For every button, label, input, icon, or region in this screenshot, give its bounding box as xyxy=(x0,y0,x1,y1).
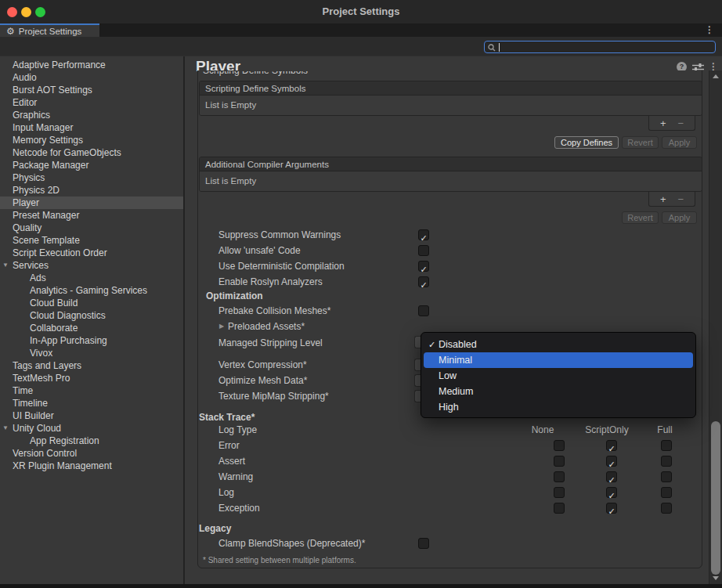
checkbox-allow-unsafe-code[interactable] xyxy=(418,245,429,256)
sidebar-item-netcode[interactable]: Netcode for GameObjects xyxy=(0,146,183,159)
menu-item-high[interactable]: High xyxy=(421,399,695,415)
sidebar-item-cloud-build[interactable]: Cloud Build xyxy=(0,297,183,309)
tabstrip-kebab-menu-icon[interactable]: ⋮ xyxy=(705,25,714,34)
sidebar-item-version-control[interactable]: Version Control xyxy=(0,447,183,460)
checkbox-enable-roslyn-analyzers[interactable]: ✓ xyxy=(418,276,429,287)
scroll-up-arrow-icon[interactable] xyxy=(713,74,719,78)
checkbox-warning-none[interactable] xyxy=(554,471,565,482)
sidebar-item-analytics[interactable]: Analytics - Gaming Services xyxy=(0,284,183,297)
checkbox-exception-none[interactable] xyxy=(554,503,565,514)
list-add-remove-footer: + − xyxy=(648,192,695,207)
sidebar-item-cloud-diagnostics[interactable]: Cloud Diagnostics xyxy=(0,309,183,322)
sidebar-item-in-app-purchasing[interactable]: In-App Purchasing xyxy=(0,334,183,347)
sidebar-item-player-selected[interactable]: Player xyxy=(0,197,183,209)
tab-project-settings[interactable]: ⚙ Project Settings xyxy=(0,23,99,37)
log-type-label: Log Type xyxy=(218,424,257,435)
checkbox-log-scriptonly[interactable]: ✓ xyxy=(606,487,617,498)
remove-item-button[interactable]: − xyxy=(678,194,684,204)
copy-defines-button[interactable]: Copy Defines xyxy=(554,136,619,149)
checkbox-suppress-common-warnings[interactable]: ✓ xyxy=(418,229,429,240)
sidebar-item-unity-cloud[interactable]: ▼ Unity Cloud xyxy=(0,422,183,435)
apply-button[interactable]: Apply xyxy=(662,136,697,149)
menu-item-minimal-highlighted[interactable]: Minimal xyxy=(424,352,693,368)
sidebar-item-textmesh-pro[interactable]: TextMesh Pro xyxy=(0,372,183,384)
sidebar-item-services[interactable]: ▼ Services xyxy=(0,259,183,272)
scrollbar-thumb[interactable] xyxy=(711,421,720,575)
prebake-collision-meshes-label: Prebake Collision Meshes* xyxy=(218,305,330,316)
scripting-define-symbols-list: Scripting Define Symbols List is Empty xyxy=(199,81,702,116)
scroll-down-arrow-icon[interactable] xyxy=(713,576,719,580)
checkbox-log-full[interactable] xyxy=(661,487,672,498)
checkbox-log-none[interactable] xyxy=(554,487,565,498)
checkbox-warning-full[interactable] xyxy=(661,471,672,482)
sidebar-item-collaborate[interactable]: Collaborate xyxy=(0,322,183,334)
checkbox-error-full[interactable] xyxy=(661,440,672,451)
additional-compiler-arguments-list: Additional Compiler Arguments List is Em… xyxy=(199,157,702,192)
column-header-scriptonly: ScriptOnly xyxy=(585,424,628,435)
sidebar-item-audio[interactable]: Audio xyxy=(0,71,183,84)
sidebar-item-burst-aot[interactable]: Burst AOT Settings xyxy=(0,84,183,96)
sidebar-item-package-manager[interactable]: Package Manager xyxy=(0,159,183,171)
sidebar-item-scene-template[interactable]: Scene Template xyxy=(0,234,183,247)
sidebar-item-ui-builder[interactable]: UI Builder xyxy=(0,409,183,422)
sidebar-item-script-execution-order[interactable]: Script Execution Order xyxy=(0,247,183,259)
checkbox-warning-scriptonly[interactable]: ✓ xyxy=(606,471,617,482)
sidebar-item-time[interactable]: Time xyxy=(0,384,183,397)
sidebar-item-quality[interactable]: Quality xyxy=(0,222,183,234)
checkbox-error-scriptonly[interactable]: ✓ xyxy=(606,440,617,451)
menu-item-disabled[interactable]: ✓ Disabled xyxy=(421,337,695,352)
platform-settings-group: Scripting Define Symbols Scripting Defin… xyxy=(197,70,702,568)
vertical-scrollbar[interactable] xyxy=(709,70,722,586)
row-label-warning: Warning xyxy=(218,471,253,482)
checkbox-clamp-blendshapes[interactable] xyxy=(418,538,429,549)
row-label-assert: Assert xyxy=(218,456,245,467)
checkbox-prebake-collision-meshes[interactable] xyxy=(418,305,429,316)
search-box[interactable] xyxy=(484,41,716,53)
foldout-open-icon[interactable]: ▼ xyxy=(2,422,9,435)
sidebar-item-timeline[interactable]: Timeline xyxy=(0,397,183,409)
sidebar-item-memory-settings[interactable]: Memory Settings xyxy=(0,134,183,146)
texture-mipmap-stripping-label: Texture MipMap Stripping* xyxy=(218,391,329,402)
sidebar-item-preset-manager[interactable]: Preset Manager xyxy=(0,209,183,222)
menu-item-medium[interactable]: Medium xyxy=(421,384,695,399)
toggle-label: Use Deterministic Compilation xyxy=(218,261,345,272)
revert-button[interactable]: Revert xyxy=(622,211,659,224)
sidebar-item-app-registration[interactable]: App Registration xyxy=(0,435,183,447)
sidebar-item-input-manager[interactable]: Input Manager xyxy=(0,121,183,134)
search-icon xyxy=(488,44,496,52)
checkbox-exception-scriptonly[interactable]: ✓ xyxy=(606,503,617,514)
sidebar-item-ads[interactable]: Ads xyxy=(0,272,183,284)
add-item-button[interactable]: + xyxy=(660,194,666,204)
sidebar-item-physics-2d[interactable]: Physics 2D xyxy=(0,184,183,197)
remove-item-button[interactable]: − xyxy=(678,118,684,128)
checkbox-assert-full[interactable] xyxy=(661,456,672,467)
search-input[interactable] xyxy=(501,41,713,52)
sidebar-item-adaptive-performance[interactable]: Adaptive Performance xyxy=(0,59,183,71)
menu-item-low[interactable]: Low xyxy=(421,368,695,384)
sidebar-item-physics[interactable]: Physics xyxy=(0,171,183,184)
sidebar-item-tags-and-layers[interactable]: Tags and Layers xyxy=(0,359,183,372)
checkbox-assert-scriptonly[interactable]: ✓ xyxy=(606,456,617,467)
sidebar-item-graphics[interactable]: Graphics xyxy=(0,109,183,121)
checkbox-error-none[interactable] xyxy=(554,440,565,451)
add-item-button[interactable]: + xyxy=(660,118,666,128)
checkbox-use-deterministic-compilation[interactable]: ✓ xyxy=(418,261,429,272)
checkbox-exception-full[interactable] xyxy=(661,503,672,514)
column-header-none: None xyxy=(532,424,554,435)
sidebar-divider[interactable] xyxy=(183,56,185,588)
foldout-open-icon[interactable]: ▼ xyxy=(2,259,9,272)
list-header: Additional Compiler Arguments xyxy=(200,157,702,171)
sidebar-item-editor[interactable]: Editor xyxy=(0,96,183,109)
current-value-check-icon: ✓ xyxy=(428,340,439,350)
clipped-row-fragment: Scripting Define Symbols xyxy=(203,71,375,77)
sidebar-item-xr-plugin-management[interactable]: XR Plugin Management xyxy=(0,460,183,472)
list-header: Scripting Define Symbols xyxy=(200,81,702,96)
row-label-log: Log xyxy=(218,487,234,498)
window-bottom-edge xyxy=(0,584,722,588)
checkbox-assert-none[interactable] xyxy=(554,456,565,467)
foldout-closed-icon[interactable]: ▶ xyxy=(219,321,224,332)
revert-button[interactable]: Revert xyxy=(622,136,659,149)
preloaded-assets-label: Preloaded Assets* xyxy=(228,321,305,332)
sidebar-item-vivox[interactable]: Vivox xyxy=(0,347,183,359)
apply-button[interactable]: Apply xyxy=(662,211,697,224)
